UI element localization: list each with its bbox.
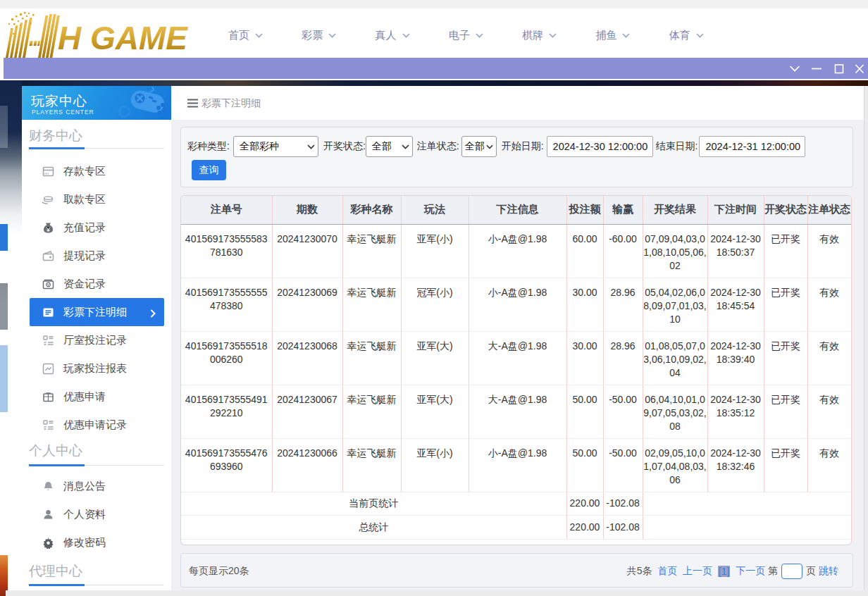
svg-text:H GAME: H GAME bbox=[58, 20, 188, 56]
